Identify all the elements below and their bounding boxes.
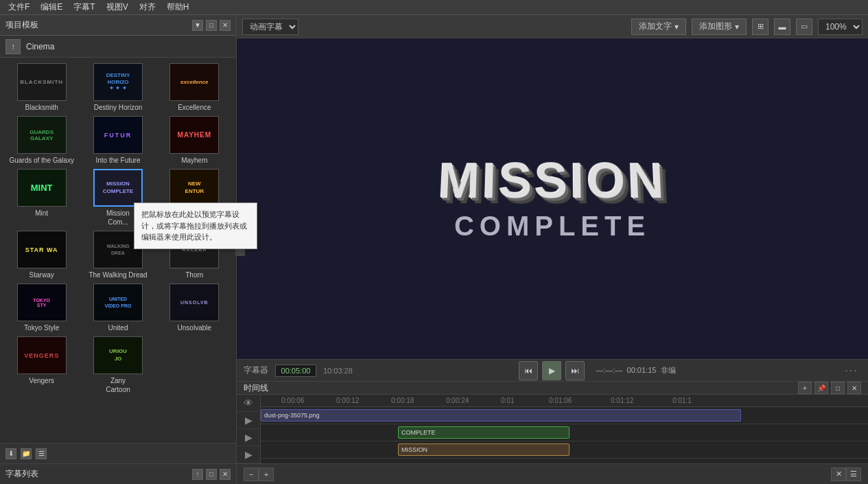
play-controls: ⏮ ▶ ⏭ —:—:— 00:01:15 非编 — [519, 361, 675, 380]
grid-btn[interactable]: ⊞ — [752, 19, 769, 35]
add-shape-icon: ▾ — [735, 22, 739, 32]
template-thumb-mint: MINT — [17, 169, 67, 207]
template-label-mission: MissionCom... — [106, 209, 130, 227]
template-label-excellence: Excellence — [178, 103, 211, 112]
template-grid-container[interactable]: BLACKSMITH Blacksmith DESTINYHORIZO✦ ✦ ✦… — [0, 58, 236, 443]
track-eye-4[interactable]: ▶ — [237, 446, 260, 463]
ruler-mark-6: 0:01:06 — [549, 397, 572, 404]
zoom-select[interactable]: 100% — [818, 19, 863, 35]
template-thumb-starwars: STAR WA — [17, 231, 67, 268]
panel-bottom: ⬇ 📁 ☰ — [0, 443, 236, 463]
list-btn[interactable]: ☰ — [36, 448, 47, 459]
sl-close-btn[interactable]: ✕ — [220, 469, 231, 480]
tooltip: 把鼠标放在此处以预览字幕设计，或将字幕拖拉到播放列表或编辑器来使用此设计。 — [134, 203, 257, 249]
template-label-vengers: Vengers — [29, 376, 54, 385]
download-btn[interactable]: ⬇ — [5, 448, 16, 459]
template-thumb-tokyo: TOKYOSTY — [17, 284, 67, 321]
add-shape-button[interactable]: 添加图形 ▾ — [692, 19, 747, 35]
tl-add-btn[interactable]: + — [798, 382, 812, 394]
track-clip-complete[interactable]: COMPLETE — [398, 426, 570, 439]
template-item-guards[interactable]: GUARDSGALAXY Guards of the Galaxy — [5, 116, 78, 165]
template-item-future[interactable]: FUTUR Into the Future — [82, 116, 154, 165]
ruler-mark-8: 0:01:1 — [672, 397, 692, 404]
menu-item-align[interactable]: 对齐 — [134, 0, 161, 14]
template-item-destiny[interactable]: DESTINYHORIZO✦ ✦ ✦ Destiny Horizon — [82, 63, 154, 112]
preview-toolbar: 动画字幕 添加文字 ▾ 添加图形 ▾ ⊞ ▬ ▭ 100% — [237, 15, 868, 38]
bottom-x-btn[interactable]: ✕ — [831, 468, 846, 481]
bottom-panel: − + ✕ ☰ — [237, 463, 868, 484]
more-options-btn[interactable]: ··· — [842, 366, 861, 376]
timeline-controls: + 📌 □ ✕ — [798, 382, 861, 394]
add-text-button[interactable]: 添加文字 ▾ — [631, 19, 686, 35]
template-item-blacksmith[interactable]: BLACKSMITH Blacksmith — [5, 63, 78, 112]
ruler-h-btn[interactable]: ▬ — [774, 19, 790, 35]
right-panel: 动画字幕 添加文字 ▾ 添加图形 ▾ ⊞ ▬ ▭ 100% MISSION CO… — [237, 15, 868, 484]
next-btn[interactable]: ⏭ — [565, 361, 585, 380]
time-display: —:—:— 00:01:15 非编 — [596, 365, 675, 376]
folder-btn[interactable]: 📁 — [21, 448, 32, 459]
template-item-mayhem[interactable]: MAYHEM Mayhem — [159, 116, 231, 165]
tl-expand-btn[interactable]: □ — [831, 382, 845, 394]
current-time-display[interactable]: 00:05:00 — [275, 365, 316, 377]
ruler-v-btn[interactable]: ▭ — [796, 19, 812, 35]
add-text-label: 添加文字 — [639, 21, 672, 32]
track-clip-complete-label: COMPLETE — [401, 429, 436, 436]
tl-close-btn[interactable]: ✕ — [847, 382, 861, 394]
preview-area: MISSION COMPLETE — [237, 38, 868, 359]
track-eye-2[interactable]: ▶ — [237, 412, 260, 429]
menu-item-view[interactable]: 视图V — [101, 0, 134, 14]
template-thumb-future: FUTUR — [93, 116, 143, 154]
track-clip-dust-label: dust-png-35075.png — [264, 412, 320, 419]
template-label-blacksmith: Blacksmith — [25, 103, 58, 112]
play-pause-btn[interactable]: ▶ — [542, 361, 561, 380]
sl-float-btn[interactable]: □ — [206, 469, 217, 480]
mission-text: MISSION COMPLETE — [438, 156, 666, 242]
template-label-mayhem: Mayhem — [181, 156, 207, 165]
menu-item-edit[interactable]: 编辑E — [35, 0, 68, 14]
menu-item-subtitle[interactable]: 字幕T — [68, 0, 100, 14]
track-eye-3[interactable]: ▶ — [237, 429, 260, 446]
menu-item-file[interactable]: 文件F — [3, 0, 35, 14]
expand-btn[interactable]: ↑ — [192, 469, 203, 480]
template-thumb-guards: GUARDSGALAXY — [17, 116, 67, 154]
subtitle-type-select[interactable]: 动画字幕 — [242, 19, 298, 35]
timeline-body: 👁 ▶ ▶ ▶ 0:00:06 0:00:12 0:00:18 0:00:24 … — [237, 395, 868, 463]
bottom-minus-btn[interactable]: − — [244, 468, 259, 481]
track-row-3: MISSION — [261, 441, 868, 459]
template-item-zany[interactable]: URIOUJO ZanyCartoon — [82, 336, 154, 394]
nav-path: Cinema — [26, 42, 54, 51]
template-item-vengers[interactable]: VENGERS Vengers — [5, 336, 78, 394]
subtitle-list-header: 字幕列表 ↑ □ ✕ — [0, 463, 236, 484]
template-label-walking: The Walking Dread — [89, 270, 147, 279]
tl-pin-btn[interactable]: 📌 — [814, 382, 828, 394]
template-label-guards: Guards of the Galaxy — [9, 156, 74, 165]
prev-btn[interactable]: ⏮ — [519, 361, 538, 380]
template-item-starwars[interactable]: STAR WA Starway — [5, 231, 78, 279]
bottom-plus-btn[interactable]: + — [259, 468, 274, 481]
template-item-unsolvable[interactable]: UNSOLVB Unsolvable — [159, 284, 231, 332]
track-clip-dust[interactable]: dust-png-35075.png — [261, 409, 741, 422]
nav-up-button[interactable]: ↑ — [5, 39, 21, 54]
template-label-tokyo: Tokyo Style — [24, 323, 59, 332]
template-thumb-vengers: VENGERS — [17, 336, 67, 374]
template-item-united[interactable]: UNITEDVIDEO PRO United — [82, 284, 154, 332]
template-thumb-blacksmith: BLACKSMITH — [17, 63, 67, 101]
template-item-mint[interactable]: MINT Mint — [5, 169, 78, 227]
panel-close-btn[interactable]: ✕ — [220, 20, 231, 31]
menu-item-help[interactable]: 帮助H — [161, 0, 195, 14]
template-item-excellence[interactable]: excellence Excellence — [159, 63, 231, 112]
template-thumb-destiny: DESTINYHORIZO✦ ✦ ✦ — [93, 63, 143, 101]
panel-dropdown-btn[interactable]: ▼ — [192, 20, 203, 31]
template-thumb-zany: URIOUJO — [93, 336, 143, 374]
menubar: 文件F 编辑E 字幕T 视图V 对齐 帮助H — [0, 0, 868, 15]
track-eye-1[interactable]: 👁 — [237, 395, 260, 412]
panel-float-btn[interactable]: □ — [206, 20, 217, 31]
template-item-tokyo[interactable]: TOKYOSTY Tokyo Style — [5, 284, 78, 332]
subtitle-bar: 字幕器 00:05:00 10:03:28 ⏮ ▶ ⏭ —:—:— 00:01:… — [237, 359, 868, 381]
timeline-ruler: 0:00:06 0:00:12 0:00:18 0:00:24 0:01 0:0… — [261, 395, 868, 407]
timeline-scroll-area[interactable]: 0:00:06 0:00:12 0:00:18 0:00:24 0:01 0:0… — [261, 395, 868, 463]
subtitle-list-controls: ↑ □ ✕ — [192, 469, 231, 480]
track-clip-mission[interactable]: MISSION — [398, 443, 570, 456]
bottom-menu-btn[interactable]: ☰ — [846, 468, 861, 481]
template-label-destiny: Destiny Horizon — [94, 103, 143, 112]
